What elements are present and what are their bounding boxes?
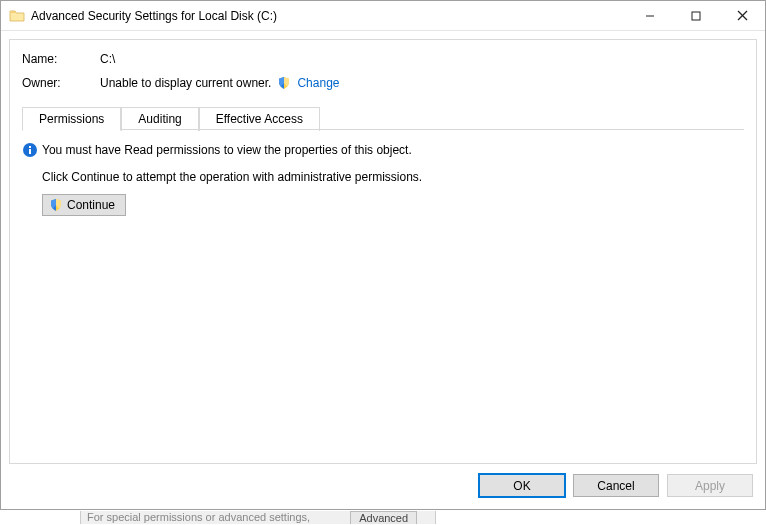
folder-icon <box>9 8 25 24</box>
window-title: Advanced Security Settings for Local Dis… <box>31 9 627 23</box>
shield-icon <box>49 198 63 212</box>
tab-permissions[interactable]: Permissions <box>22 107 121 131</box>
tab-body: You must have Read permissions to view t… <box>22 130 744 455</box>
svg-rect-5 <box>29 149 31 154</box>
owner-label: Owner: <box>22 76 100 90</box>
dialog-window: Advanced Security Settings for Local Dis… <box>0 0 766 510</box>
name-label: Name: <box>22 52 100 66</box>
parent-hint-text: For special permissions or advanced sett… <box>87 511 310 523</box>
owner-value: Unable to display current owner. Change <box>100 76 339 90</box>
parent-advanced-button[interactable]: Advanced <box>350 511 417 524</box>
svg-rect-1 <box>692 12 700 20</box>
owner-text: Unable to display current owner. <box>100 76 271 90</box>
info-row: You must have Read permissions to view t… <box>22 142 744 158</box>
sub-text: Click Continue to attempt the operation … <box>42 170 744 184</box>
continue-label: Continue <box>67 198 115 212</box>
change-owner-link[interactable]: Change <box>297 76 339 90</box>
info-text: You must have Read permissions to view t… <box>42 143 412 157</box>
owner-row: Owner: Unable to display current owner. … <box>22 76 744 90</box>
tab-auditing[interactable]: Auditing <box>121 107 198 131</box>
continue-button[interactable]: Continue <box>42 194 126 216</box>
tab-effective-access[interactable]: Effective Access <box>199 107 320 131</box>
svg-rect-6 <box>29 146 31 148</box>
titlebar[interactable]: Advanced Security Settings for Local Dis… <box>1 1 765 31</box>
ok-button[interactable]: OK <box>479 474 565 497</box>
parent-dialog-fragment: For special permissions or advanced sett… <box>0 509 766 524</box>
shield-icon <box>277 76 291 90</box>
name-row: Name: C:\ <box>22 52 744 66</box>
maximize-button[interactable] <box>673 1 719 30</box>
content-wrap: Name: C:\ Owner: Unable to display curre… <box>1 31 765 509</box>
tab-strip: Permissions Auditing Effective Access <box>22 106 744 130</box>
name-value: C:\ <box>100 52 115 66</box>
window-controls <box>627 1 765 30</box>
cancel-button[interactable]: Cancel <box>573 474 659 497</box>
info-icon <box>22 142 38 158</box>
tab-separator <box>22 129 744 130</box>
apply-button[interactable]: Apply <box>667 474 753 497</box>
content-panel: Name: C:\ Owner: Unable to display curre… <box>9 39 757 464</box>
dialog-footer: OK Cancel Apply <box>9 464 757 501</box>
close-button[interactable] <box>719 1 765 30</box>
minimize-button[interactable] <box>627 1 673 30</box>
